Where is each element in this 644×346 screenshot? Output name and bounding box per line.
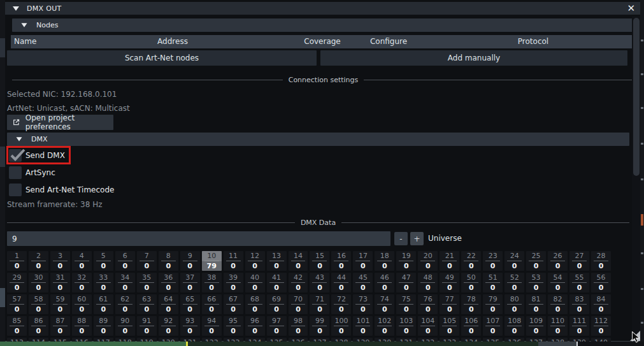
dmx-channel-cell[interactable]: 720 xyxy=(331,294,351,314)
dmx-channel-cell[interactable]: 120 xyxy=(245,251,265,271)
dmx-channel-cell[interactable]: 750 xyxy=(396,294,416,314)
dmx-channel-cell[interactable]: 950 xyxy=(224,316,243,336)
nodes-section-header[interactable]: Nodes xyxy=(12,18,634,32)
dmx-channel-cell[interactable]: 610 xyxy=(94,294,113,314)
dmx-channel-cell[interactable]: 1110 xyxy=(569,316,589,336)
dmx-channel-cell[interactable]: 370 xyxy=(180,273,200,292)
dmx-channel-cell[interactable]: 1340 xyxy=(461,338,481,342)
dmx-channel-cell[interactable]: 570 xyxy=(7,294,27,314)
dmx-channel-cell[interactable]: 440 xyxy=(331,273,351,292)
dmx-channel-cell[interactable]: 1260 xyxy=(289,338,308,342)
dmx-channel-cell[interactable]: 1050 xyxy=(440,316,459,336)
dmx-section-header[interactable]: DMX xyxy=(7,133,629,146)
dmx-channel-cell[interactable]: 1270 xyxy=(310,338,329,342)
dmx-channel-cell[interactable]: 810 xyxy=(526,294,546,314)
dmx-channel-cell[interactable]: 980 xyxy=(289,316,308,336)
dmx-channel-cell[interactable]: 1079 xyxy=(202,251,222,271)
close-icon[interactable]: ✕ xyxy=(627,2,635,15)
dmx-channel-cell[interactable]: 430 xyxy=(310,273,329,292)
dmx-channel-cell[interactable]: 40 xyxy=(72,251,92,271)
dmx-channel-cell[interactable]: 110 xyxy=(224,251,243,271)
dmx-channel-cell[interactable]: 530 xyxy=(526,273,546,292)
dmx-channel-cell[interactable]: 1250 xyxy=(267,338,287,342)
dmx-channel-cell[interactable]: 1040 xyxy=(418,316,438,336)
dmx-channel-cell[interactable]: 840 xyxy=(591,294,611,314)
dmx-channel-cell[interactable]: 800 xyxy=(504,294,524,314)
dmx-channel-cell[interactable]: 220 xyxy=(461,251,481,271)
dmx-channel-cell[interactable]: 490 xyxy=(440,273,459,292)
dmx-channel-cell[interactable]: 1310 xyxy=(396,338,416,342)
dmx-channel-cell[interactable]: 770 xyxy=(440,294,459,314)
dmx-channel-cell[interactable]: 500 xyxy=(461,273,481,292)
dmx-channel-cell[interactable]: 650 xyxy=(180,294,200,314)
dmx-channel-cell[interactable]: 320 xyxy=(72,273,92,292)
dmx-channel-cell[interactable]: 80 xyxy=(159,251,178,271)
dmx-channel-cell[interactable]: 450 xyxy=(353,273,373,292)
dmx-channel-cell[interactable]: 1280 xyxy=(331,338,351,342)
dmx-channel-cell[interactable]: 380 xyxy=(202,273,222,292)
dmx-channel-cell[interactable]: 1230 xyxy=(224,338,243,342)
dmx-channel-cell[interactable]: 790 xyxy=(483,294,503,314)
collapse-triangle-icon[interactable] xyxy=(22,23,27,27)
dmx-channel-cell[interactable]: 150 xyxy=(310,251,329,271)
dmx-channel-cell[interactable]: 710 xyxy=(310,294,329,314)
panel-titlebar[interactable]: DMX OUT ✕ xyxy=(5,2,640,15)
dmx-channel-cell[interactable]: 180 xyxy=(375,251,394,271)
dmx-channel-cell[interactable]: 1240 xyxy=(245,338,265,342)
dmx-channel-cell[interactable]: 1360 xyxy=(504,338,524,342)
dmx-channel-cell[interactable]: 1100 xyxy=(548,316,568,336)
dmx-channel-cell[interactable]: 90 xyxy=(180,251,200,271)
dmx-channel-cell[interactable]: 540 xyxy=(548,273,568,292)
dmx-channel-cell[interactable]: 860 xyxy=(29,316,48,336)
dmx-channel-cell[interactable]: 960 xyxy=(245,316,265,336)
dmx-channel-cell[interactable]: 620 xyxy=(115,294,135,314)
dmx-channel-cell[interactable]: 300 xyxy=(29,273,48,292)
dmx-channel-cell[interactable]: 10 xyxy=(7,251,27,271)
dmx-channel-cell[interactable]: 160 xyxy=(331,251,351,271)
dmx-channel-cell[interactable]: 1030 xyxy=(396,316,416,336)
dmx-channel-cell[interactable]: 1390 xyxy=(569,338,589,342)
dmx-channel-cell[interactable]: 310 xyxy=(50,273,70,292)
dmx-channel-cell[interactable]: 700 xyxy=(289,294,308,314)
dmx-channel-cell[interactable]: 1190 xyxy=(137,338,157,342)
dmx-channel-cell[interactable]: 210 xyxy=(440,251,459,271)
dmx-channel-cell[interactable]: 600 xyxy=(72,294,92,314)
dmx-channel-cell[interactable]: 1290 xyxy=(353,338,373,342)
dmx-channel-cell[interactable]: 230 xyxy=(483,251,503,271)
dmx-channel-cell[interactable]: 420 xyxy=(289,273,308,292)
dmx-channel-cell[interactable]: 400 xyxy=(245,273,265,292)
dmx-channel-cell[interactable]: 1150 xyxy=(50,338,70,342)
dmx-channel-cell[interactable]: 1210 xyxy=(180,338,200,342)
dmx-channel-cell[interactable]: 890 xyxy=(94,316,113,336)
collapse-triangle-icon[interactable] xyxy=(17,137,22,141)
universe-input[interactable] xyxy=(7,231,390,246)
dmx-channel-cell[interactable]: 1070 xyxy=(483,316,503,336)
dmx-channel-cell[interactable]: 560 xyxy=(591,273,611,292)
dmx-channel-cell[interactable]: 360 xyxy=(159,273,178,292)
dmx-channel-cell[interactable]: 1300 xyxy=(375,338,394,342)
dmx-channel-cell[interactable]: 590 xyxy=(50,294,70,314)
vertical-scrollbar-track[interactable] xyxy=(632,16,640,341)
dmx-channel-cell[interactable]: 1320 xyxy=(418,338,438,342)
vertical-scrollbar-thumb[interactable] xyxy=(633,18,640,176)
dmx-channel-cell[interactable]: 480 xyxy=(418,273,438,292)
dmx-channel-cell[interactable]: 1170 xyxy=(94,338,113,342)
dmx-channel-cell[interactable]: 1180 xyxy=(115,338,135,342)
dmx-channel-cell[interactable]: 260 xyxy=(548,251,568,271)
dmx-channel-cell[interactable]: 460 xyxy=(375,273,394,292)
dmx-channel-cell[interactable]: 930 xyxy=(180,316,200,336)
dmx-channel-cell[interactable]: 660 xyxy=(202,294,222,314)
dmx-channel-cell[interactable]: 1000 xyxy=(331,316,351,336)
dmx-channel-cell[interactable]: 70 xyxy=(137,251,157,271)
dmx-channel-cell[interactable]: 1330 xyxy=(440,338,459,342)
dmx-channel-cell[interactable]: 820 xyxy=(548,294,568,314)
dmx-channel-cell[interactable]: 780 xyxy=(461,294,481,314)
dmx-channel-cell[interactable]: 630 xyxy=(137,294,157,314)
scan-artnet-nodes-button[interactable]: Scan Art-Net nodes xyxy=(7,50,317,66)
dmx-channel-cell[interactable]: 1350 xyxy=(483,338,503,342)
dmx-channel-cell[interactable]: 870 xyxy=(50,316,70,336)
dmx-channel-cell[interactable]: 760 xyxy=(418,294,438,314)
dmx-channel-cell[interactable]: 240 xyxy=(504,251,524,271)
dmx-channel-cell[interactable]: 1400 xyxy=(591,338,611,342)
dmx-channel-cell[interactable]: 740 xyxy=(375,294,394,314)
